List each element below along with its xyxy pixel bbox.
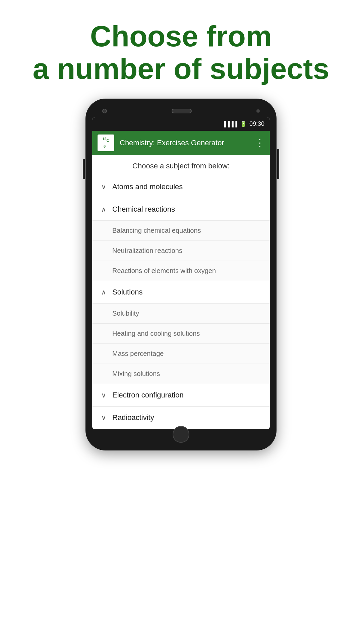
subitem-mixing-solutions[interactable]: Mixing solutions bbox=[92, 364, 270, 384]
signal-icon: ▐▐▐▐ bbox=[222, 121, 237, 127]
subitem-balancing[interactable]: Balancing chemical equations bbox=[92, 220, 270, 240]
category-atoms-label: Atoms and molecules bbox=[112, 182, 183, 191]
subitem-neutralization-label: Neutralization reactions bbox=[112, 247, 182, 255]
app-bar: 12C 6 Chemistry: Exercises Generator ⋮ bbox=[92, 131, 270, 155]
category-radioactivity-label: Radioactivity bbox=[112, 413, 154, 422]
phone-top-bar bbox=[92, 109, 270, 117]
list-item-atoms: ∨ Atoms and molecules bbox=[92, 176, 270, 198]
category-atoms[interactable]: ∨ Atoms and molecules bbox=[92, 176, 270, 198]
hero-line1: Choose from bbox=[90, 19, 272, 53]
chevron-radioactivity-icon: ∨ bbox=[100, 414, 107, 422]
list-item-solutions: ∧ Solutions Solubility Heating and cooli… bbox=[92, 281, 270, 384]
subitem-mass-percentage[interactable]: Mass percentage bbox=[92, 343, 270, 364]
status-bar: ▐▐▐▐ 🔋 09:30 bbox=[92, 117, 270, 131]
subject-prompt: Choose a subject from below: bbox=[92, 155, 270, 176]
app-logo-text: 12C 6 bbox=[102, 137, 110, 148]
subitem-solubility[interactable]: Solubility bbox=[92, 303, 270, 323]
list-item-radioactivity: ∨ Radioactivity bbox=[92, 407, 270, 429]
chevron-electron-icon: ∨ bbox=[100, 391, 107, 399]
category-chemical[interactable]: ∧ Chemical reactions bbox=[92, 198, 270, 220]
proximity-sensor bbox=[256, 109, 260, 113]
power-button bbox=[277, 149, 279, 179]
status-time: 09:30 bbox=[249, 120, 264, 127]
hero-line2: a number of subjects bbox=[33, 52, 329, 85]
earpiece-speaker bbox=[172, 109, 192, 113]
category-solutions[interactable]: ∧ Solutions bbox=[92, 281, 270, 303]
list-item-chemical: ∧ Chemical reactions Balancing chemical … bbox=[92, 198, 270, 281]
list-item-electron: ∨ Electron configuration bbox=[92, 384, 270, 407]
overflow-menu-icon[interactable]: ⋮ bbox=[255, 137, 264, 148]
phone-bottom bbox=[92, 429, 270, 437]
subitem-balancing-label: Balancing chemical equations bbox=[112, 227, 201, 234]
chevron-atoms-icon: ∨ bbox=[100, 183, 107, 191]
category-electron[interactable]: ∨ Electron configuration bbox=[92, 384, 270, 406]
subitem-solubility-label: Solubility bbox=[112, 310, 139, 317]
subitem-reactions-oxygen-label: Reactions of elements with oxygen bbox=[112, 267, 216, 275]
phone-frame: ▐▐▐▐ 🔋 09:30 12C 6 Chemistry: Exercises … bbox=[85, 99, 277, 450]
chevron-chemical-icon: ∧ bbox=[100, 205, 107, 213]
app-title: Chemistry: Exercises Generator bbox=[120, 139, 250, 147]
phone-screen: ▐▐▐▐ 🔋 09:30 12C 6 Chemistry: Exercises … bbox=[92, 117, 270, 429]
battery-icon: 🔋 bbox=[240, 121, 247, 127]
category-chemical-label: Chemical reactions bbox=[112, 205, 175, 214]
category-radioactivity[interactable]: ∨ Radioactivity bbox=[92, 407, 270, 429]
home-button[interactable] bbox=[173, 426, 189, 443]
category-electron-label: Electron configuration bbox=[112, 391, 184, 399]
subitem-neutralization[interactable]: Neutralization reactions bbox=[92, 240, 270, 261]
chevron-solutions-icon: ∧ bbox=[100, 288, 107, 296]
app-logo: 12C 6 bbox=[98, 135, 114, 151]
front-camera bbox=[102, 109, 107, 113]
subitem-reactions-oxygen[interactable]: Reactions of elements with oxygen bbox=[92, 261, 270, 281]
subitem-mixing-solutions-label: Mixing solutions bbox=[112, 370, 160, 378]
hero-text: Choose from a number of subjects bbox=[12, 0, 349, 99]
content-area: Choose a subject from below: ∨ Atoms and… bbox=[92, 155, 270, 429]
subitem-heating-cooling[interactable]: Heating and cooling solutions bbox=[92, 323, 270, 343]
subitem-heating-cooling-label: Heating and cooling solutions bbox=[112, 330, 200, 337]
volume-button bbox=[83, 159, 85, 179]
subitem-mass-percentage-label: Mass percentage bbox=[112, 350, 164, 358]
category-solutions-label: Solutions bbox=[112, 288, 143, 297]
